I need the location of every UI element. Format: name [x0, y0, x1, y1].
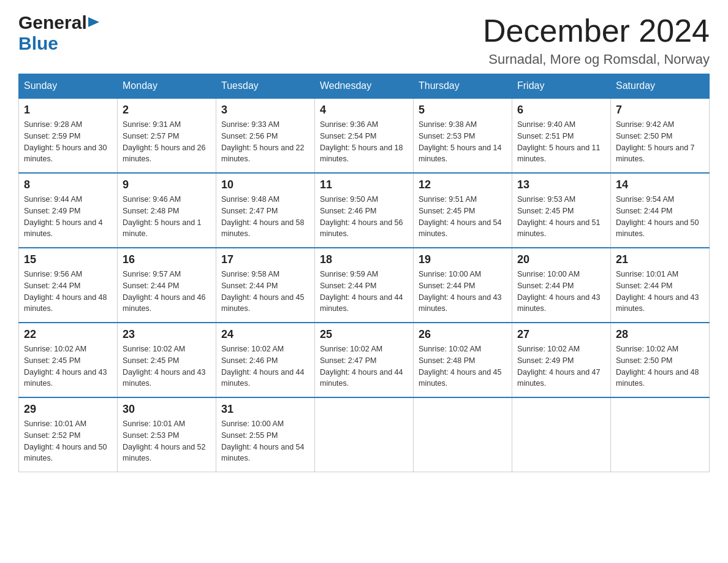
weekday-header-row: SundayMondayTuesdayWednesdayThursdayFrid…	[19, 74, 710, 99]
day-number: 13	[517, 178, 605, 191]
calendar-week-row: 22Sunrise: 10:02 AMSunset: 2:45 PMDaylig…	[19, 323, 710, 397]
weekday-header-thursday: Thursday	[414, 74, 512, 99]
day-number: 22	[24, 328, 112, 341]
weekday-header-friday: Friday	[512, 74, 611, 99]
day-info: Sunrise: 9:31 AMSunset: 2:57 PMDaylight:…	[123, 119, 211, 165]
day-info: Sunrise: 9:57 AMSunset: 2:44 PMDaylight:…	[123, 269, 211, 315]
day-number: 31	[221, 403, 309, 416]
calendar-table: SundayMondayTuesdayWednesdayThursdayFrid…	[18, 74, 710, 472]
day-number: 16	[123, 253, 211, 266]
calendar-week-row: 29Sunrise: 10:01 AMSunset: 2:52 PMDaylig…	[19, 397, 710, 472]
day-number: 12	[419, 178, 507, 191]
calendar-day-cell: 27Sunrise: 10:02 AMSunset: 2:49 PMDaylig…	[512, 323, 611, 397]
day-info: Sunrise: 9:33 AMSunset: 2:56 PMDaylight:…	[221, 119, 309, 165]
day-number: 15	[24, 253, 112, 266]
calendar-empty-cell	[414, 397, 512, 472]
calendar-day-cell: 5Sunrise: 9:38 AMSunset: 2:53 PMDaylight…	[414, 98, 512, 173]
calendar-day-cell: 31Sunrise: 10:00 AMSunset: 2:55 PMDaylig…	[216, 397, 315, 472]
day-number: 26	[419, 328, 507, 341]
weekday-header-monday: Monday	[118, 74, 216, 99]
day-info: Sunrise: 10:00 AMSunset: 2:44 PMDaylight…	[517, 269, 605, 315]
calendar-day-cell: 2Sunrise: 9:31 AMSunset: 2:57 PMDaylight…	[118, 98, 216, 173]
day-number: 25	[320, 328, 408, 341]
calendar-day-cell: 12Sunrise: 9:51 AMSunset: 2:45 PMDayligh…	[414, 173, 512, 248]
calendar-week-row: 1Sunrise: 9:28 AMSunset: 2:59 PMDaylight…	[19, 98, 710, 173]
day-info: Sunrise: 10:01 AMSunset: 2:53 PMDaylight…	[123, 418, 211, 464]
day-number: 27	[517, 328, 605, 341]
title-block: December 2024 Surnadal, More og Romsdal,…	[483, 12, 710, 67]
weekday-header-tuesday: Tuesday	[216, 74, 315, 99]
day-info: Sunrise: 9:36 AMSunset: 2:54 PMDaylight:…	[320, 119, 408, 165]
day-number: 10	[221, 178, 309, 191]
calendar-day-cell: 22Sunrise: 10:02 AMSunset: 2:45 PMDaylig…	[19, 323, 118, 397]
day-number: 2	[123, 104, 211, 117]
calendar-week-row: 15Sunrise: 9:56 AMSunset: 2:44 PMDayligh…	[19, 248, 710, 323]
calendar-day-cell: 1Sunrise: 9:28 AMSunset: 2:59 PMDaylight…	[19, 98, 118, 173]
calendar-day-cell: 7Sunrise: 9:42 AMSunset: 2:50 PMDaylight…	[611, 98, 710, 173]
day-number: 21	[616, 253, 704, 266]
logo: General Blue	[18, 12, 99, 54]
calendar-day-cell: 10Sunrise: 9:48 AMSunset: 2:47 PMDayligh…	[216, 173, 315, 248]
calendar-day-cell: 20Sunrise: 10:00 AMSunset: 2:44 PMDaylig…	[512, 248, 611, 323]
calendar-day-cell: 3Sunrise: 9:33 AMSunset: 2:56 PMDaylight…	[216, 98, 315, 173]
calendar-day-cell: 23Sunrise: 10:02 AMSunset: 2:45 PMDaylig…	[118, 323, 216, 397]
day-info: Sunrise: 9:42 AMSunset: 2:50 PMDaylight:…	[616, 119, 704, 165]
location-title: Surnadal, More og Romsdal, Norway	[483, 52, 710, 67]
day-number: 5	[419, 104, 507, 117]
day-info: Sunrise: 10:00 AMSunset: 2:44 PMDaylight…	[419, 269, 507, 315]
day-number: 7	[616, 104, 704, 117]
day-info: Sunrise: 10:00 AMSunset: 2:55 PMDaylight…	[221, 418, 309, 464]
weekday-header-saturday: Saturday	[611, 74, 710, 99]
calendar-day-cell: 17Sunrise: 9:58 AMSunset: 2:44 PMDayligh…	[216, 248, 315, 323]
svg-marker-0	[88, 17, 99, 27]
month-title: December 2024	[483, 12, 710, 49]
day-info: Sunrise: 9:54 AMSunset: 2:44 PMDaylight:…	[616, 194, 704, 240]
calendar-week-row: 8Sunrise: 9:44 AMSunset: 2:49 PMDaylight…	[19, 173, 710, 248]
calendar-day-cell: 14Sunrise: 9:54 AMSunset: 2:44 PMDayligh…	[611, 173, 710, 248]
day-info: Sunrise: 9:44 AMSunset: 2:49 PMDaylight:…	[24, 194, 112, 240]
calendar-day-cell: 9Sunrise: 9:46 AMSunset: 2:48 PMDaylight…	[118, 173, 216, 248]
logo-triangle-icon	[88, 16, 99, 28]
day-info: Sunrise: 10:02 AMSunset: 2:48 PMDaylight…	[419, 343, 507, 389]
calendar-empty-cell	[611, 397, 710, 472]
calendar-day-cell: 11Sunrise: 9:50 AMSunset: 2:46 PMDayligh…	[315, 173, 414, 248]
day-info: Sunrise: 10:02 AMSunset: 2:50 PMDaylight…	[616, 343, 704, 389]
day-info: Sunrise: 9:28 AMSunset: 2:59 PMDaylight:…	[24, 119, 112, 165]
day-info: Sunrise: 9:51 AMSunset: 2:45 PMDaylight:…	[419, 194, 507, 240]
calendar-day-cell: 25Sunrise: 10:02 AMSunset: 2:47 PMDaylig…	[315, 323, 414, 397]
calendar-empty-cell	[315, 397, 414, 472]
day-info: Sunrise: 9:59 AMSunset: 2:44 PMDaylight:…	[320, 269, 408, 315]
calendar-day-cell: 6Sunrise: 9:40 AMSunset: 2:51 PMDaylight…	[512, 98, 611, 173]
day-number: 4	[320, 104, 408, 117]
calendar-day-cell: 8Sunrise: 9:44 AMSunset: 2:49 PMDaylight…	[19, 173, 118, 248]
calendar-day-cell: 18Sunrise: 9:59 AMSunset: 2:44 PMDayligh…	[315, 248, 414, 323]
day-number: 17	[221, 253, 309, 266]
logo-text-general: General	[18, 12, 87, 33]
day-number: 24	[221, 328, 309, 341]
calendar-day-cell: 19Sunrise: 10:00 AMSunset: 2:44 PMDaylig…	[414, 248, 512, 323]
weekday-header-sunday: Sunday	[19, 74, 118, 99]
day-number: 6	[517, 104, 605, 117]
day-number: 29	[24, 403, 112, 416]
day-info: Sunrise: 10:02 AMSunset: 2:46 PMDaylight…	[221, 343, 309, 389]
calendar-day-cell: 28Sunrise: 10:02 AMSunset: 2:50 PMDaylig…	[611, 323, 710, 397]
day-info: Sunrise: 9:46 AMSunset: 2:48 PMDaylight:…	[123, 194, 211, 240]
calendar-day-cell: 16Sunrise: 9:57 AMSunset: 2:44 PMDayligh…	[118, 248, 216, 323]
calendar-day-cell: 4Sunrise: 9:36 AMSunset: 2:54 PMDaylight…	[315, 98, 414, 173]
page-header: General Blue December 2024 Surnadal, Mor…	[18, 12, 710, 67]
day-number: 18	[320, 253, 408, 266]
calendar-day-cell: 29Sunrise: 10:01 AMSunset: 2:52 PMDaylig…	[19, 397, 118, 472]
day-info: Sunrise: 10:02 AMSunset: 2:47 PMDaylight…	[320, 343, 408, 389]
calendar-day-cell: 30Sunrise: 10:01 AMSunset: 2:53 PMDaylig…	[118, 397, 216, 472]
day-number: 3	[221, 104, 309, 117]
day-number: 23	[123, 328, 211, 341]
calendar-day-cell: 26Sunrise: 10:02 AMSunset: 2:48 PMDaylig…	[414, 323, 512, 397]
day-info: Sunrise: 10:02 AMSunset: 2:45 PMDaylight…	[123, 343, 211, 389]
day-number: 20	[517, 253, 605, 266]
weekday-header-wednesday: Wednesday	[315, 74, 414, 99]
day-number: 19	[419, 253, 507, 266]
logo-text-blue: Blue	[18, 33, 58, 53]
day-info: Sunrise: 10:01 AMSunset: 2:44 PMDaylight…	[616, 269, 704, 315]
day-info: Sunrise: 10:02 AMSunset: 2:49 PMDaylight…	[517, 343, 605, 389]
day-info: Sunrise: 9:58 AMSunset: 2:44 PMDaylight:…	[221, 269, 309, 315]
